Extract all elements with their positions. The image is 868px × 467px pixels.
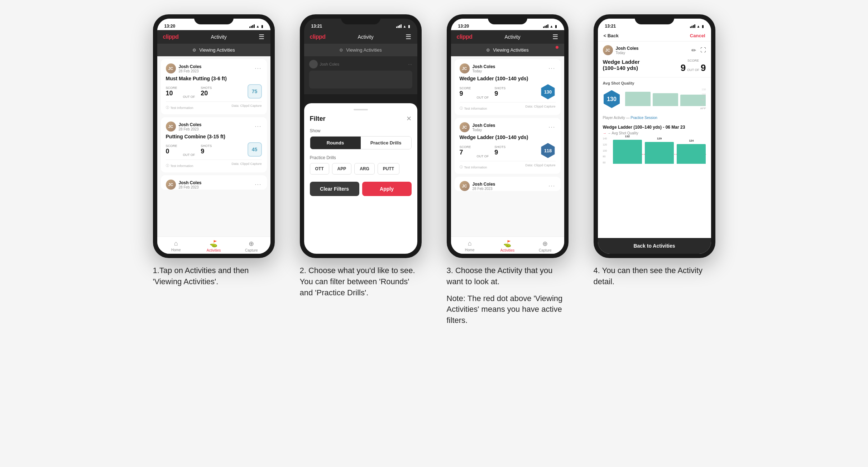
edit-icon[interactable]: ✏ xyxy=(691,47,696,54)
player-activity-label: Player Activity — Practice Session xyxy=(598,114,711,122)
chart-bar-1: 132 xyxy=(613,140,642,164)
phones-row: 13:20 ▲ ▮ clippd Acti xyxy=(148,14,721,326)
drill-ott[interactable]: OTT xyxy=(310,163,329,175)
phone2-app-header: clippd Activity ☰ xyxy=(304,30,417,44)
phone4-activity-title: Wedge Ladder(100–140 yds) xyxy=(603,59,678,71)
phone3-status-icons: ▲ ▮ xyxy=(543,24,557,28)
card2-user-date: 28 Feb 2023 xyxy=(179,127,202,131)
phone1-viewing-banner[interactable]: ⚙ Viewing Activities xyxy=(157,44,270,56)
phone3-viewing-banner[interactable]: ⚙ Viewing Activities xyxy=(451,44,564,56)
activities-icon-3: ⛳ xyxy=(503,240,511,248)
score-header: Score xyxy=(687,59,699,62)
nav-activities[interactable]: ⛳ Activities xyxy=(195,240,232,252)
wifi-icon-3: ▲ xyxy=(550,24,553,28)
phone3-time: 13:20 xyxy=(458,24,469,29)
phone1-scroll: JC Josh Coles 28 Feb 2023 ··· Must Make … xyxy=(157,56,270,237)
wedge-bar-chart: 140 120 100 80 60 132 xyxy=(603,137,706,170)
battery-icon-2: ▮ xyxy=(408,24,410,28)
nav-capture-3[interactable]: ⊕ Capture xyxy=(526,240,564,252)
back-to-activities-button[interactable]: Back to Activities xyxy=(598,238,711,254)
chart-label: APP xyxy=(625,107,706,110)
clear-filters-button[interactable]: Clear Filters xyxy=(310,182,359,196)
filter-title: Filter xyxy=(310,115,326,123)
filter-drill-row: OTT APP ARG PUTT xyxy=(310,163,412,175)
menu-icon-2[interactable]: ☰ xyxy=(406,33,411,41)
activity-card-p3-3-partial: JC Josh Coles 28 Feb 2023 ··· xyxy=(455,177,561,191)
phone3-header-title: Activity xyxy=(504,34,520,40)
apply-button[interactable]: Apply xyxy=(362,182,412,196)
nav-capture[interactable]: ⊕ Capture xyxy=(232,240,270,252)
drill-putt[interactable]: PUTT xyxy=(378,163,399,175)
menu-icon[interactable]: ☰ xyxy=(259,33,264,41)
card-p3-1-footer: ⓘ Test Information Data: Clippd Capture xyxy=(460,102,556,111)
show-label: Show xyxy=(310,128,412,133)
phone3: 13:20 ▲ ▮ clippd Acti xyxy=(447,14,569,258)
card-p3-2-stats: Score 7 OUT OF Shots 9 118 xyxy=(460,143,556,158)
caption-3: 3. Choose the Activity that you want to … xyxy=(447,265,569,326)
more-options-p3-2[interactable]: ··· xyxy=(548,124,555,130)
rounds-button[interactable]: Rounds xyxy=(310,137,361,149)
wifi-icon-4: ▲ xyxy=(697,24,700,28)
phone4-inner: 13:21 ▲ ▮ < Back Canc xyxy=(598,19,711,254)
caption-3-note: Note: The red dot above 'Viewing Activit… xyxy=(447,293,569,326)
caption-4: 4. You can then see the Activity detail. xyxy=(594,265,715,287)
phone2-blurred-bg: Josh Coles ··· xyxy=(304,56,417,94)
chart-bar-3: 124 xyxy=(677,144,706,164)
phone1-bottom-nav: ⌂ Home ⛳ Activities ⊕ Capture xyxy=(157,237,270,254)
back-button[interactable]: < Back xyxy=(604,33,619,38)
phone4-user-row: JC Josh Coles Today ✏ ⛶ xyxy=(598,42,711,59)
avg-sq-title: Avg Shot Quality xyxy=(603,81,706,85)
activity-card-1[interactable]: JC Josh Coles 28 Feb 2023 ··· Must Make … xyxy=(161,59,267,114)
signal-icon-2 xyxy=(396,24,402,28)
drill-app[interactable]: APP xyxy=(332,163,352,175)
signal-icon xyxy=(249,24,255,28)
card1-shots: Shots 20 xyxy=(201,86,212,97)
phone3-app-header: clippd Activity ☰ xyxy=(451,30,564,44)
expand-icon[interactable]: ⛶ xyxy=(700,47,706,54)
phone4-detail-header: < Back Cancel xyxy=(598,30,711,42)
test-info: Test Information xyxy=(171,106,193,110)
nav-capture-label: Capture xyxy=(245,248,258,252)
info-icon-2: ⓘ xyxy=(166,163,169,168)
score-val: 9 xyxy=(681,62,686,73)
sq-hex-p3-2: 118 xyxy=(541,143,556,158)
nav-home-3[interactable]: ⌂ Home xyxy=(451,240,489,252)
shots-label: Shots xyxy=(201,86,212,90)
phone1-status-icons: ▲ ▮ xyxy=(249,24,263,28)
phone1-time: 13:20 xyxy=(164,24,176,29)
card3-user: JC Josh Coles 28 Feb 2023 xyxy=(166,180,202,190)
card-p3-1-title: Wedge Ladder (100–140 yds) xyxy=(460,76,556,81)
close-icon[interactable]: ✕ xyxy=(406,115,412,123)
more-options-icon-2[interactable]: ··· xyxy=(255,123,262,130)
phone3-notch xyxy=(488,14,527,24)
activity-card-2[interactable]: JC Josh Coles 28 Feb 2023 ··· Putting Co… xyxy=(161,117,267,172)
wifi-icon-2: ▲ xyxy=(403,24,407,28)
phone4-user-name: Josh Coles xyxy=(616,46,639,51)
cancel-button[interactable]: Cancel xyxy=(690,33,705,38)
practice-session-link[interactable]: Practice Session xyxy=(630,116,657,120)
more-options-icon[interactable]: ··· xyxy=(255,65,262,72)
activity-card-p3-2[interactable]: JC Josh Coles Today ··· Wedge Ladder (10… xyxy=(455,118,561,174)
avg-sq-sub: → → Avg Shot Quality xyxy=(603,131,706,135)
activity-card-3-partial: JC Josh Coles 28 Feb 2023 ··· xyxy=(161,175,267,190)
phone2-time: 13:21 xyxy=(311,24,322,29)
score-value: 10 xyxy=(166,90,177,97)
phone1: 13:20 ▲ ▮ clippd Acti xyxy=(153,14,275,258)
shot-quality-badge-2: 45 xyxy=(248,142,262,157)
caption-3-title: 3. Choose the Activity that you want to … xyxy=(447,265,569,287)
score-label: Score xyxy=(166,86,177,90)
signal-icon-4 xyxy=(690,24,695,28)
card2-shots: Shots 9 xyxy=(201,144,212,155)
more-options-icon-3[interactable]: ··· xyxy=(255,181,262,188)
activity-card-p3-1[interactable]: JC Josh Coles Today ··· Wedge Ladder (10… xyxy=(455,59,561,115)
nav-activities-3[interactable]: ⛳ Activities xyxy=(489,240,526,252)
filter-actions: Clear Filters Apply xyxy=(310,182,412,196)
menu-icon-3[interactable]: ☰ xyxy=(552,33,558,41)
drill-arg[interactable]: ARG xyxy=(354,163,375,175)
practice-drills-button[interactable]: Practice Drills xyxy=(361,137,411,149)
sq-row: 130 130 100 50 xyxy=(603,88,706,110)
nav-home[interactable]: ⌂ Home xyxy=(157,240,195,252)
phone1-header-title: Activity xyxy=(211,34,226,40)
viewing-activities-text-2: Viewing Activities xyxy=(346,47,382,53)
more-options-p3-1[interactable]: ··· xyxy=(548,65,555,72)
